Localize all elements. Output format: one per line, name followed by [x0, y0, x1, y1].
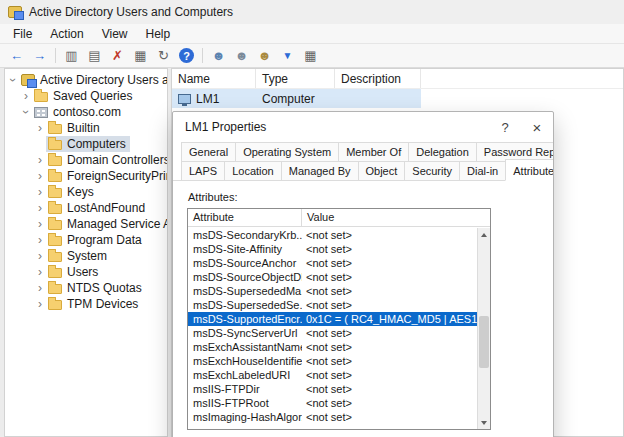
- add-to-group-icon[interactable]: ☻: [254, 46, 275, 65]
- chevron-down-icon[interactable]: ›: [19, 106, 33, 118]
- chevron-right-icon[interactable]: ›: [34, 153, 46, 167]
- scrollbar-down-button[interactable]: [478, 416, 490, 429]
- back-icon[interactable]: ←: [6, 46, 27, 65]
- tab-general[interactable]: General: [181, 142, 236, 162]
- list-row-lm1[interactable]: LM1 Computer: [172, 89, 421, 108]
- window-titlebar[interactable]: Active Directory Users and Computers: [0, 0, 624, 24]
- dialog-close-button[interactable]: ×: [521, 112, 553, 142]
- tab-object[interactable]: Object: [358, 161, 406, 181]
- dialog-titlebar[interactable]: LM1 Properties ? ×: [173, 112, 553, 142]
- tree-item-managed-service-accounts[interactable]: › Managed Service Accounts: [5, 216, 167, 232]
- tab-member-of[interactable]: Member Of: [338, 142, 409, 162]
- tree-item-label: NTDS Quotas: [67, 281, 142, 295]
- chevron-right-icon[interactable]: ›: [34, 201, 46, 215]
- tab-strip-row1: General Operating System Member Of Deleg…: [173, 142, 553, 162]
- attribute-row[interactable]: msIIS-FTPDir <not set>: [188, 382, 477, 396]
- tree-item-saved-queries[interactable]: › Saved Queries: [5, 88, 167, 104]
- folder-icon: [48, 252, 62, 262]
- menu-view[interactable]: View: [93, 25, 137, 43]
- tab-operating-system[interactable]: Operating System: [235, 142, 339, 162]
- attribute-row[interactable]: msDS-SyncServerUrl <not set>: [188, 326, 477, 340]
- menubar: File Action View Help: [0, 24, 624, 44]
- attribute-row[interactable]: msDS-SourceAnchor <not set>: [188, 256, 477, 270]
- folder-icon: [48, 188, 62, 198]
- delete-icon[interactable]: ✗: [107, 46, 128, 65]
- attribute-editor-page: Attributes: Attribute Value msDS-Seconda…: [173, 180, 553, 437]
- attribute-row[interactable]: msImaging-HashAlgor... <not set>: [188, 410, 477, 424]
- dialog-help-button[interactable]: ?: [489, 112, 521, 142]
- tree-item-lostandfound[interactable]: › LostAndFound: [5, 200, 167, 216]
- chevron-right-icon[interactable]: ›: [34, 297, 46, 311]
- attribute-row[interactable]: msDS-SupersededSe... <not set>: [188, 298, 477, 312]
- attribute-row[interactable]: msDS-SecondaryKrb... <not set>: [188, 228, 477, 242]
- tree-item-keys[interactable]: › Keys: [5, 184, 167, 200]
- chevron-right-icon[interactable]: ›: [34, 217, 46, 231]
- list-cell-name: LM1: [196, 92, 219, 106]
- new-group-icon[interactable]: ☻: [231, 46, 252, 65]
- help-icon[interactable]: ?: [179, 48, 194, 63]
- tree-item-users[interactable]: › Users: [5, 264, 167, 280]
- tree-item-active-directory-root[interactable]: › Active Directory Users and Computers: [5, 72, 167, 88]
- grid-column-value[interactable]: Value: [302, 209, 490, 226]
- column-header-description[interactable]: Description: [335, 69, 421, 88]
- filter-options-icon[interactable]: ▦: [300, 46, 321, 65]
- attribute-row[interactable]: msDS-Site-Affinity <not set>: [188, 242, 477, 256]
- tab-location[interactable]: Location: [224, 161, 282, 181]
- tree-item-label: Keys: [67, 185, 94, 199]
- attribute-row-selected[interactable]: msDS-SupportedEncr... 0x1C = ( RC4_HMAC_…: [188, 312, 477, 326]
- properties-icon[interactable]: ▤: [84, 46, 105, 65]
- tree-item-domain-controllers[interactable]: › Domain Controllers: [5, 152, 167, 168]
- chevron-right-icon[interactable]: ›: [34, 185, 46, 199]
- chevron-right-icon[interactable]: ›: [34, 169, 46, 183]
- menu-help[interactable]: Help: [137, 25, 180, 43]
- column-header-type[interactable]: Type: [256, 69, 335, 88]
- folder-icon: [48, 284, 62, 294]
- tree-item-builtin[interactable]: › Builtin: [5, 120, 167, 136]
- attribute-row[interactable]: msExchHouseIdentifier <not set>: [188, 354, 477, 368]
- attribute-row[interactable]: msDS-SupersededMa... <not set>: [188, 284, 477, 298]
- tab-strip-row2: LAPS Location Managed By Object Security…: [173, 161, 553, 181]
- chevron-down-icon[interactable]: ›: [6, 74, 20, 86]
- attribute-row[interactable]: msDS-SourceObjectDN <not set>: [188, 270, 477, 284]
- tab-security[interactable]: Security: [404, 161, 460, 181]
- tab-attribute-editor[interactable]: Attribute Editor: [505, 159, 554, 181]
- tree-item-contoso-com[interactable]: › contoso.com: [5, 104, 167, 120]
- column-header-name[interactable]: Name: [172, 69, 256, 88]
- menu-file[interactable]: File: [4, 25, 41, 43]
- tree-item-foreignsecurityprincipals[interactable]: › ForeignSecurityPrincipals: [5, 168, 167, 184]
- refresh-icon[interactable]: ↻: [153, 46, 174, 65]
- set-filter-icon[interactable]: ▼: [277, 46, 298, 65]
- folder-icon: [48, 124, 62, 134]
- forward-icon[interactable]: →: [29, 46, 50, 65]
- chevron-right-icon[interactable]: ›: [34, 265, 46, 279]
- grid-header: Attribute Value: [188, 209, 490, 227]
- tab-managed-by[interactable]: Managed By: [281, 161, 359, 181]
- chevron-right-icon[interactable]: ›: [20, 89, 32, 103]
- chevron-right-icon[interactable]: ›: [34, 121, 46, 135]
- attribute-row[interactable]: msExchAssistantName <not set>: [188, 340, 477, 354]
- grid-scrollbar[interactable]: [477, 228, 490, 429]
- scrollbar-thumb[interactable]: [479, 316, 489, 368]
- tree-item-ntds-quotas[interactable]: › NTDS Quotas: [5, 280, 167, 296]
- scrollbar-up-button[interactable]: [478, 228, 490, 241]
- chevron-right-icon[interactable]: ›: [34, 281, 46, 295]
- export-list-icon[interactable]: ▦: [130, 46, 151, 65]
- tree-item-computers[interactable]: Computers: [5, 136, 167, 152]
- folder-icon: [48, 236, 62, 246]
- show-console-tree-icon[interactable]: ▥: [61, 46, 82, 65]
- attribute-row[interactable]: msExchLabeledURI <not set>: [188, 368, 477, 382]
- attribute-row[interactable]: msIIS-FTPRoot <not set>: [188, 396, 477, 410]
- tree-item-tpm-devices[interactable]: › TPM Devices: [5, 296, 167, 312]
- new-user-icon[interactable]: ☻: [208, 46, 229, 65]
- grid-column-attribute[interactable]: Attribute: [188, 209, 302, 226]
- menu-action[interactable]: Action: [41, 25, 92, 43]
- folder-icon: [48, 300, 62, 310]
- tree-item-program-data[interactable]: › Program Data: [5, 232, 167, 248]
- chevron-right-icon[interactable]: ›: [34, 233, 46, 247]
- tree-item-system[interactable]: › System: [5, 248, 167, 264]
- tab-dial-in[interactable]: Dial-in: [459, 161, 506, 181]
- app-icon: [8, 6, 22, 18]
- tab-laps[interactable]: LAPS: [181, 161, 225, 181]
- chevron-right-icon[interactable]: ›: [34, 249, 46, 263]
- tab-delegation[interactable]: Delegation: [408, 142, 477, 162]
